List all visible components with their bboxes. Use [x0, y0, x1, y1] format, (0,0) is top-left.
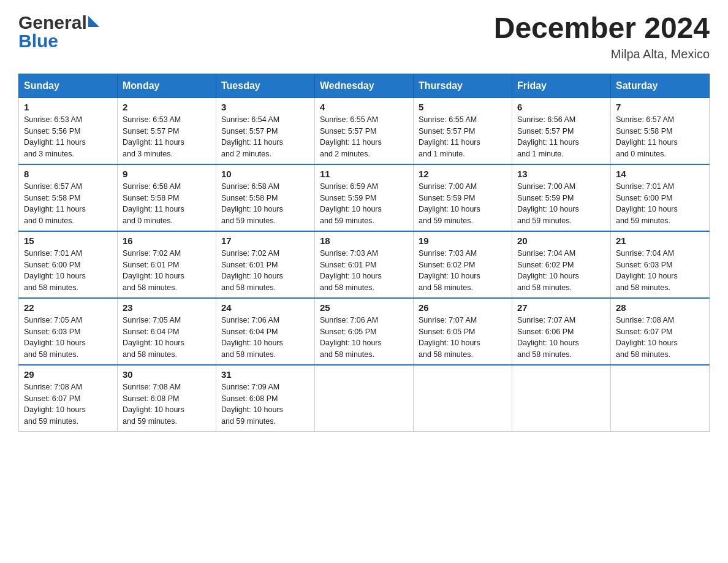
- header-sunday: Sunday: [19, 74, 118, 98]
- day-info: Sunrise: 7:01 AMSunset: 6:00 PMDaylight:…: [616, 181, 704, 227]
- day-info: Sunrise: 7:06 AMSunset: 6:05 PMDaylight:…: [320, 315, 408, 361]
- day-info: Sunrise: 7:07 AMSunset: 6:05 PMDaylight:…: [419, 315, 507, 361]
- month-title: December 2024: [494, 12, 710, 45]
- day-info: Sunrise: 6:58 AMSunset: 5:58 PMDaylight:…: [123, 181, 211, 227]
- table-row: 22 Sunrise: 7:05 AMSunset: 6:03 PMDaylig…: [19, 298, 118, 365]
- day-number: 17: [221, 236, 309, 246]
- day-number: 5: [419, 102, 507, 112]
- day-number: 8: [24, 169, 112, 179]
- table-row: 24 Sunrise: 7:06 AMSunset: 6:04 PMDaylig…: [216, 298, 315, 365]
- table-row: 25 Sunrise: 7:06 AMSunset: 6:05 PMDaylig…: [315, 298, 414, 365]
- table-row: 12 Sunrise: 7:00 AMSunset: 5:59 PMDaylig…: [414, 164, 512, 231]
- day-number: 18: [320, 236, 408, 246]
- location-text: Milpa Alta, Mexico: [494, 47, 710, 61]
- table-row: 10 Sunrise: 6:58 AMSunset: 5:58 PMDaylig…: [216, 164, 315, 231]
- day-info: Sunrise: 6:54 AMSunset: 5:57 PMDaylight:…: [221, 114, 309, 160]
- calendar-header-row: Sunday Monday Tuesday Wednesday Thursday…: [19, 74, 710, 98]
- day-number: 30: [123, 369, 211, 380]
- day-info: Sunrise: 7:09 AMSunset: 6:08 PMDaylight:…: [221, 381, 309, 427]
- day-number: 14: [616, 169, 704, 179]
- day-info: Sunrise: 7:08 AMSunset: 6:08 PMDaylight:…: [123, 381, 211, 427]
- table-row: [315, 365, 414, 432]
- calendar-week-row: 29 Sunrise: 7:08 AMSunset: 6:07 PMDaylig…: [19, 365, 710, 432]
- table-row: 7 Sunrise: 6:57 AMSunset: 5:58 PMDayligh…: [611, 98, 710, 164]
- day-number: 4: [320, 102, 408, 112]
- table-row: 23 Sunrise: 7:05 AMSunset: 6:04 PMDaylig…: [118, 298, 216, 365]
- day-number: 26: [419, 302, 507, 313]
- day-info: Sunrise: 7:03 AMSunset: 6:01 PMDaylight:…: [320, 248, 408, 294]
- table-row: 20 Sunrise: 7:04 AMSunset: 6:02 PMDaylig…: [512, 231, 611, 298]
- table-row: 30 Sunrise: 7:08 AMSunset: 6:08 PMDaylig…: [118, 365, 216, 432]
- day-info: Sunrise: 7:03 AMSunset: 6:02 PMDaylight:…: [419, 248, 507, 294]
- logo-blue-text: Blue: [18, 31, 58, 52]
- day-info: Sunrise: 7:06 AMSunset: 6:04 PMDaylight:…: [221, 315, 309, 361]
- day-info: Sunrise: 7:07 AMSunset: 6:06 PMDaylight:…: [517, 315, 605, 361]
- table-row: 9 Sunrise: 6:58 AMSunset: 5:58 PMDayligh…: [118, 164, 216, 231]
- header-wednesday: Wednesday: [315, 74, 414, 98]
- day-info: Sunrise: 6:59 AMSunset: 5:59 PMDaylight:…: [320, 181, 408, 227]
- calendar-table: Sunday Monday Tuesday Wednesday Thursday…: [18, 74, 710, 432]
- day-info: Sunrise: 6:56 AMSunset: 5:57 PMDaylight:…: [517, 114, 605, 160]
- table-row: 19 Sunrise: 7:03 AMSunset: 6:02 PMDaylig…: [414, 231, 512, 298]
- table-row: 17 Sunrise: 7:02 AMSunset: 6:01 PMDaylig…: [216, 231, 315, 298]
- header-saturday: Saturday: [611, 74, 710, 98]
- day-info: Sunrise: 7:08 AMSunset: 6:07 PMDaylight:…: [24, 381, 112, 427]
- table-row: [414, 365, 512, 432]
- header-friday: Friday: [512, 74, 611, 98]
- table-row: 2 Sunrise: 6:53 AMSunset: 5:57 PMDayligh…: [118, 98, 216, 164]
- calendar-week-row: 8 Sunrise: 6:57 AMSunset: 5:58 PMDayligh…: [19, 164, 710, 231]
- day-info: Sunrise: 7:05 AMSunset: 6:04 PMDaylight:…: [123, 315, 211, 361]
- table-row: 4 Sunrise: 6:55 AMSunset: 5:57 PMDayligh…: [315, 98, 414, 164]
- logo-arrow-icon: [88, 16, 99, 27]
- table-row: 6 Sunrise: 6:56 AMSunset: 5:57 PMDayligh…: [512, 98, 611, 164]
- day-number: 21: [616, 236, 704, 246]
- table-row: 11 Sunrise: 6:59 AMSunset: 5:59 PMDaylig…: [315, 164, 414, 231]
- day-number: 23: [123, 302, 211, 313]
- day-number: 1: [24, 102, 112, 112]
- page-header: General Blue December 2024 Milpa Alta, M…: [18, 12, 710, 61]
- day-info: Sunrise: 7:04 AMSunset: 6:02 PMDaylight:…: [517, 248, 605, 294]
- header-thursday: Thursday: [414, 74, 512, 98]
- day-number: 3: [221, 102, 309, 112]
- day-number: 7: [616, 102, 704, 112]
- day-info: Sunrise: 7:00 AMSunset: 5:59 PMDaylight:…: [517, 181, 605, 227]
- day-info: Sunrise: 7:01 AMSunset: 6:00 PMDaylight:…: [24, 248, 112, 294]
- day-number: 6: [517, 102, 605, 112]
- day-info: Sunrise: 7:02 AMSunset: 6:01 PMDaylight:…: [221, 248, 309, 294]
- day-info: Sunrise: 7:04 AMSunset: 6:03 PMDaylight:…: [616, 248, 704, 294]
- day-number: 9: [123, 169, 211, 179]
- day-number: 31: [221, 369, 309, 380]
- day-number: 12: [419, 169, 507, 179]
- table-row: 31 Sunrise: 7:09 AMSunset: 6:08 PMDaylig…: [216, 365, 315, 432]
- table-row: 29 Sunrise: 7:08 AMSunset: 6:07 PMDaylig…: [19, 365, 118, 432]
- day-number: 27: [517, 302, 605, 313]
- day-info: Sunrise: 6:53 AMSunset: 5:57 PMDaylight:…: [123, 114, 211, 160]
- table-row: 5 Sunrise: 6:55 AMSunset: 5:57 PMDayligh…: [414, 98, 512, 164]
- day-info: Sunrise: 6:58 AMSunset: 5:58 PMDaylight:…: [221, 181, 309, 227]
- table-row: 14 Sunrise: 7:01 AMSunset: 6:00 PMDaylig…: [611, 164, 710, 231]
- calendar-week-row: 22 Sunrise: 7:05 AMSunset: 6:03 PMDaylig…: [19, 298, 710, 365]
- day-info: Sunrise: 6:55 AMSunset: 5:57 PMDaylight:…: [320, 114, 408, 160]
- day-number: 22: [24, 302, 112, 313]
- table-row: 28 Sunrise: 7:08 AMSunset: 6:07 PMDaylig…: [611, 298, 710, 365]
- header-tuesday: Tuesday: [216, 74, 315, 98]
- title-block: December 2024 Milpa Alta, Mexico: [494, 12, 710, 61]
- day-number: 24: [221, 302, 309, 313]
- day-info: Sunrise: 7:05 AMSunset: 6:03 PMDaylight:…: [24, 315, 112, 361]
- day-number: 28: [616, 302, 704, 313]
- day-info: Sunrise: 7:00 AMSunset: 5:59 PMDaylight:…: [419, 181, 507, 227]
- table-row: 13 Sunrise: 7:00 AMSunset: 5:59 PMDaylig…: [512, 164, 611, 231]
- header-monday: Monday: [118, 74, 216, 98]
- table-row: 3 Sunrise: 6:54 AMSunset: 5:57 PMDayligh…: [216, 98, 315, 164]
- logo: General Blue: [18, 12, 99, 52]
- logo-general-text: General: [18, 12, 87, 33]
- day-number: 25: [320, 302, 408, 313]
- day-info: Sunrise: 7:08 AMSunset: 6:07 PMDaylight:…: [616, 315, 704, 361]
- calendar-week-row: 1 Sunrise: 6:53 AMSunset: 5:56 PMDayligh…: [19, 98, 710, 164]
- day-number: 13: [517, 169, 605, 179]
- day-number: 11: [320, 169, 408, 179]
- table-row: 8 Sunrise: 6:57 AMSunset: 5:58 PMDayligh…: [19, 164, 118, 231]
- day-number: 29: [24, 369, 112, 380]
- table-row: 16 Sunrise: 7:02 AMSunset: 6:01 PMDaylig…: [118, 231, 216, 298]
- day-number: 15: [24, 236, 112, 246]
